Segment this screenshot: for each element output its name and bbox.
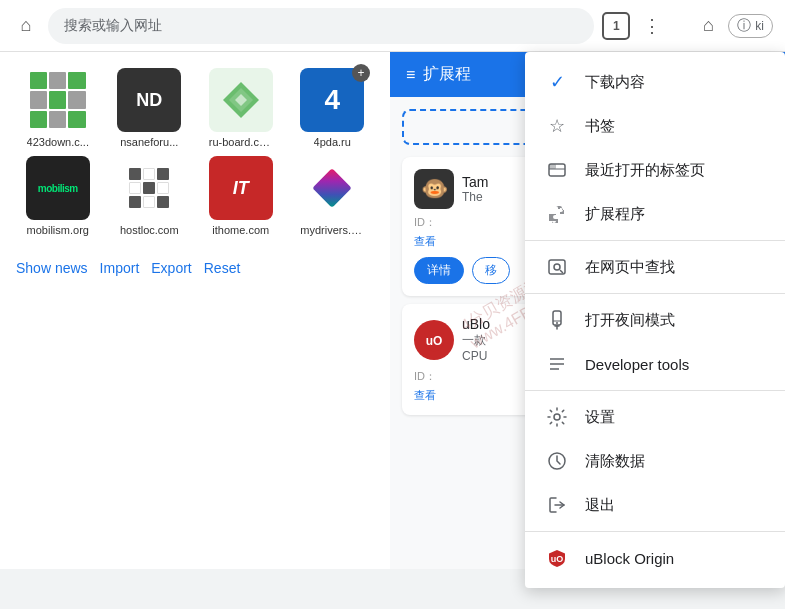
bookmark-thumb-ruboard xyxy=(209,68,273,132)
bookmark-thumb-nsane: ND xyxy=(117,68,181,132)
phone-icon xyxy=(545,308,569,332)
separator-4 xyxy=(525,531,785,532)
menu-label-extensions: 扩展程序 xyxy=(585,205,645,224)
menu-item-devtools[interactable]: Developer tools xyxy=(525,342,785,386)
bookmark-mobilism[interactable]: mobilism mobilism.org xyxy=(16,156,100,236)
dropdown-menu: ✓ 下载内容 ☆ 书签 最近打开的标签页 xyxy=(525,52,785,588)
devtools-icon xyxy=(545,352,569,376)
svg-rect-5 xyxy=(549,164,556,169)
hostloc-pattern xyxy=(129,168,169,208)
bm-icon-mobilism: mobilism xyxy=(26,156,90,220)
bm-icon-nsane: ND xyxy=(117,68,181,132)
bookmark-423[interactable]: 423down.c... xyxy=(16,68,100,148)
browser-chrome: ⌂ 搜索或输入网址 1 ⋮ ⌂ ⓘ ki xyxy=(0,0,785,52)
menu-item-bookmarks[interactable]: ☆ 书签 xyxy=(525,104,785,148)
menu-item-ublock[interactable]: uO uBlock Origin xyxy=(525,536,785,580)
menu-label-ublock: uBlock Origin xyxy=(585,550,674,567)
bookmark-label-423: 423down.c... xyxy=(27,136,89,148)
newtab-panel: 423down.c... ND nsaneforu... xyxy=(0,52,390,569)
menu-label-cleardata: 清除数据 xyxy=(585,452,645,471)
ext-header-title: 扩展程 xyxy=(423,64,471,85)
exit-icon xyxy=(545,493,569,517)
bookmark-thumb-423 xyxy=(26,68,90,132)
site-info[interactable]: ⓘ ki xyxy=(728,14,773,38)
menu-label-find: 在网页中查找 xyxy=(585,258,675,277)
bookmark-hostloc[interactable]: hostloc.com xyxy=(108,156,192,236)
bm-icon-423 xyxy=(26,68,90,132)
import-link[interactable]: Import xyxy=(100,260,140,276)
ext-tab-move[interactable]: 移 xyxy=(472,257,510,284)
clock-icon xyxy=(545,449,569,473)
menu-item-find[interactable]: 在网页中查找 xyxy=(525,245,785,289)
tab-count[interactable]: 1 xyxy=(602,12,630,40)
bookmark-label-hostloc: hostloc.com xyxy=(120,224,179,236)
reset-link[interactable]: Reset xyxy=(204,260,241,276)
bm-icon-hostloc xyxy=(117,156,181,220)
bm-icon-ruboard xyxy=(209,68,273,132)
address-placeholder: 搜索或输入网址 xyxy=(64,17,162,35)
mydrivers-diamond xyxy=(312,168,352,208)
info-icon: ⓘ xyxy=(737,17,751,35)
bm-icon-ithome: IT xyxy=(209,156,273,220)
separator-3 xyxy=(525,390,785,391)
bookmark-label-ithome: ithome.com xyxy=(212,224,269,236)
menu-item-nightmode[interactable]: 打开夜间模式 xyxy=(525,298,785,342)
menu-label-nightmode: 打开夜间模式 xyxy=(585,311,675,330)
bookmark-ithome[interactable]: IT ithome.com xyxy=(199,156,283,236)
svg-line-9 xyxy=(560,270,563,273)
main-content: 423down.c... ND nsaneforu... xyxy=(0,52,785,569)
svg-text:uO: uO xyxy=(426,334,443,348)
bookmark-4pda[interactable]: + 4 4pda.ru xyxy=(291,68,375,148)
menu-item-cleardata[interactable]: 清除数据 xyxy=(525,439,785,483)
bookmark-ruboard[interactable]: ru-board.com xyxy=(199,68,283,148)
menu-item-extensions[interactable]: 扩展程序 xyxy=(525,192,785,236)
bookmark-label-nsane: nsaneforu... xyxy=(120,136,178,148)
bookmark-thumb-mobilism: mobilism xyxy=(26,156,90,220)
check-icon: ✓ xyxy=(545,70,569,94)
svg-text:uO: uO xyxy=(551,554,564,564)
bookmark-label-mobilism: mobilism.org xyxy=(27,224,89,236)
show-news-link[interactable]: Show news xyxy=(16,260,88,276)
ext-icon-tampermonkey: 🐵 xyxy=(414,169,454,209)
ext-header-icon: ≡ xyxy=(406,66,415,84)
menu-label-settings: 设置 xyxy=(585,408,615,427)
gear-icon xyxy=(545,405,569,429)
bookmark-thumb-mydrivers xyxy=(300,156,364,220)
menu-item-exit[interactable]: 退出 xyxy=(525,483,785,527)
menu-label-download: 下载内容 xyxy=(585,73,645,92)
find-icon xyxy=(545,255,569,279)
bookmark-label-ruboard: ru-board.com xyxy=(209,136,273,148)
bookmark-label-mydrivers: mydrivers.c... xyxy=(300,224,364,236)
address-bar[interactable]: 搜索或输入网址 xyxy=(48,8,594,44)
bookmarks-grid: 423down.c... ND nsaneforu... xyxy=(16,68,374,236)
plus-badge: + xyxy=(352,64,370,82)
home-button[interactable]: ⌂ xyxy=(12,12,40,40)
menu-item-settings[interactable]: 设置 xyxy=(525,395,785,439)
star-icon: ☆ xyxy=(545,114,569,138)
export-link[interactable]: Export xyxy=(151,260,191,276)
bookmark-nsane[interactable]: ND nsaneforu... xyxy=(108,68,192,148)
menu-label-devtools: Developer tools xyxy=(585,356,689,373)
menu-item-recent-tabs[interactable]: 最近打开的标签页 xyxy=(525,148,785,192)
bookmark-label-4pda: 4pda.ru xyxy=(314,136,351,148)
menu-label-recent-tabs: 最近打开的标签页 xyxy=(585,161,705,180)
newtab-actions: Show news Import Export Reset xyxy=(16,252,374,284)
separator-2 xyxy=(525,293,785,294)
puzzle-icon xyxy=(545,202,569,226)
home-button-2[interactable]: ⌂ xyxy=(694,12,722,40)
svg-point-18 xyxy=(554,414,560,420)
ext-icon-ublock: uO xyxy=(414,320,454,360)
ublock-menu-icon: uO xyxy=(545,546,569,570)
menu-dots-button[interactable]: ⋮ xyxy=(638,12,666,40)
menu-label-exit: 退出 xyxy=(585,496,615,515)
menu-item-download[interactable]: ✓ 下载内容 xyxy=(525,60,785,104)
bm-icon-mydrivers xyxy=(300,156,364,220)
bookmark-thumb-ithome: IT xyxy=(209,156,273,220)
separator-1 xyxy=(525,240,785,241)
bookmark-mydrivers[interactable]: mydrivers.c... xyxy=(291,156,375,236)
ext-tab-detail[interactable]: 详情 xyxy=(414,257,464,284)
svg-point-8 xyxy=(554,264,560,270)
menu-label-bookmarks: 书签 xyxy=(585,117,615,136)
bookmark-thumb-hostloc xyxy=(117,156,181,220)
recent-tabs-icon xyxy=(545,158,569,182)
